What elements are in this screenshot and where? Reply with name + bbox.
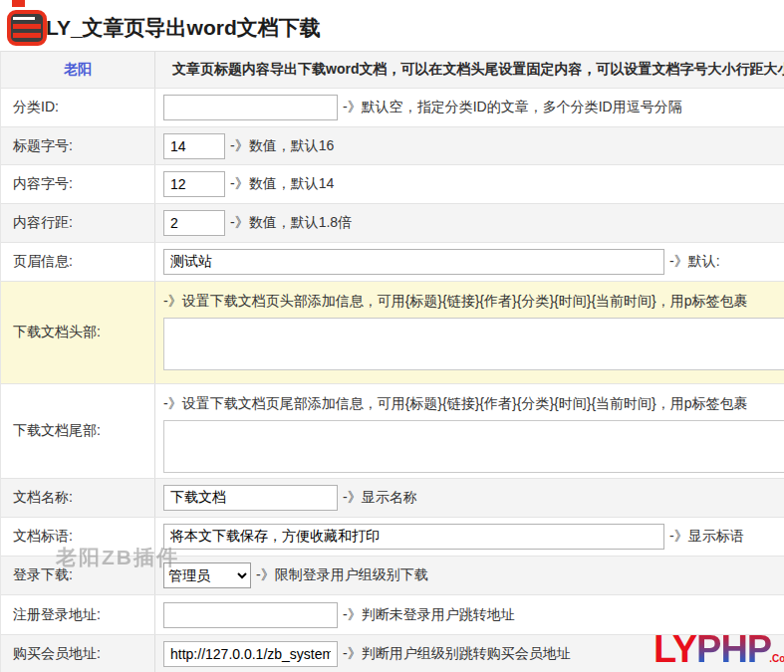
category-id-input[interactable] [163, 95, 338, 120]
doc-head-textarea[interactable] [163, 318, 784, 370]
doc-foot-textarea[interactable] [163, 420, 784, 473]
content-fontsize-label: 内容字号: [1, 165, 155, 203]
title-bar: LY_文章页导出word文档下载 [0, 0, 784, 51]
row-doc-slogan: 文档标语: -》显示标语 [1, 518, 784, 557]
line-spacing-label: 内容行距: [1, 204, 155, 242]
login-download-select[interactable]: 管理员 [163, 562, 251, 588]
lyphp-logo: LYPHP.Com [653, 630, 784, 672]
doc-slogan-label: 文档标语: [1, 518, 155, 556]
content-fontsize-input[interactable] [163, 171, 225, 197]
doc-name-label: 文档名称: [1, 479, 155, 517]
logo-ly: LY [653, 628, 696, 670]
logo-php: PHP [696, 628, 771, 670]
login-download-label: 登录下载: [1, 557, 155, 594]
title-fontsize-input[interactable] [163, 133, 225, 159]
row-doc-foot: 下载文档尾部: -》设置下载文档页尾部添加信息，可用{标题}{链接}{作者}{分… [1, 384, 784, 479]
category-id-label: 分类ID: [1, 89, 155, 126]
row-title-fontsize: 标题字号: -》数值，默认16 [1, 127, 784, 165]
doc-slogan-input[interactable] [163, 524, 664, 550]
row-login-download: 登录下载: 管理员 -》限制登录用户组级别下载 [1, 557, 784, 595]
page: LY_文章页导出word文档下载 老阳 文章页标题内容导出下载word文档，可以… [0, 0, 784, 672]
page-title: LY_文章页导出word文档下载 [0, 0, 784, 42]
row-line-spacing: 内容行距: -》数值，默认1.8倍 [1, 204, 784, 243]
header-info-label: 页眉信息: [1, 243, 155, 281]
doc-head-tip: -》设置下载文档页头部添加信息，可用{标题}{链接}{作者}{分类}{时间}{当… [163, 293, 784, 311]
plugin-description: 文章页标题内容导出下载word文档，可以在文档头尾设置固定内容，可以设置文档字号… [163, 61, 784, 79]
author-link[interactable]: 老阳 [64, 61, 92, 79]
login-download-tip: -》限制登录用户组级别下载 [256, 566, 428, 584]
row-content-fontsize: 内容字号: -》数值，默认14 [1, 165, 784, 204]
buy-member-url-tip: -》判断用户组级别跳转购买会员地址 [343, 645, 571, 663]
row-category-id: 分类ID: -》默认空，指定分类ID的文章，多个分类ID用逗号分隔 [1, 89, 784, 127]
line-spacing-tip: -》数值，默认1.8倍 [230, 214, 352, 232]
title-fontsize-label: 标题字号: [1, 127, 155, 164]
settings-table: 老阳 文章页标题内容导出下载word文档，可以在文档头尾设置固定内容，可以设置文… [0, 51, 784, 672]
row-header-info: 页眉信息: -》默认: [1, 243, 784, 282]
doc-slogan-tip: -》显示标语 [669, 528, 744, 546]
table-header-row: 老阳 文章页标题内容导出下载word文档，可以在文档头尾设置固定内容，可以设置文… [1, 52, 784, 89]
header-info-tip: -》默认: [669, 253, 720, 271]
logo-com: .Com [769, 653, 784, 664]
register-url-tip: -》判断未登录用户跳转地址 [343, 606, 515, 624]
doc-foot-tip: -》设置下载文档页尾部添加信息，可用{标题}{链接}{作者}{分类}{时间}{当… [163, 395, 784, 413]
doc-head-label: 下载文档头部: [1, 282, 155, 383]
title-fontsize-tip: -》数值，默认16 [230, 137, 334, 155]
register-url-label: 注册登录地址: [1, 595, 155, 634]
category-id-tip: -》默认空，指定分类ID的文章，多个分类ID用逗号分隔 [343, 99, 682, 116]
line-spacing-input[interactable] [163, 210, 225, 236]
row-doc-head: 下载文档头部: -》设置下载文档页头部添加信息，可用{标题}{链接}{作者}{分… [1, 282, 784, 384]
doc-foot-label: 下载文档尾部: [1, 384, 155, 478]
buy-member-url-input[interactable] [163, 641, 338, 667]
buy-member-url-label: 购买会员地址: [1, 635, 155, 672]
doc-name-tip: -》显示名称 [343, 489, 417, 507]
register-url-input[interactable] [163, 602, 338, 628]
doc-name-input[interactable] [163, 485, 338, 511]
content-fontsize-tip: -》数值，默认14 [230, 175, 334, 193]
plugin-icon [5, 0, 47, 52]
row-doc-name: 文档名称: -》显示名称 [1, 479, 784, 518]
header-info-input[interactable] [163, 249, 664, 275]
